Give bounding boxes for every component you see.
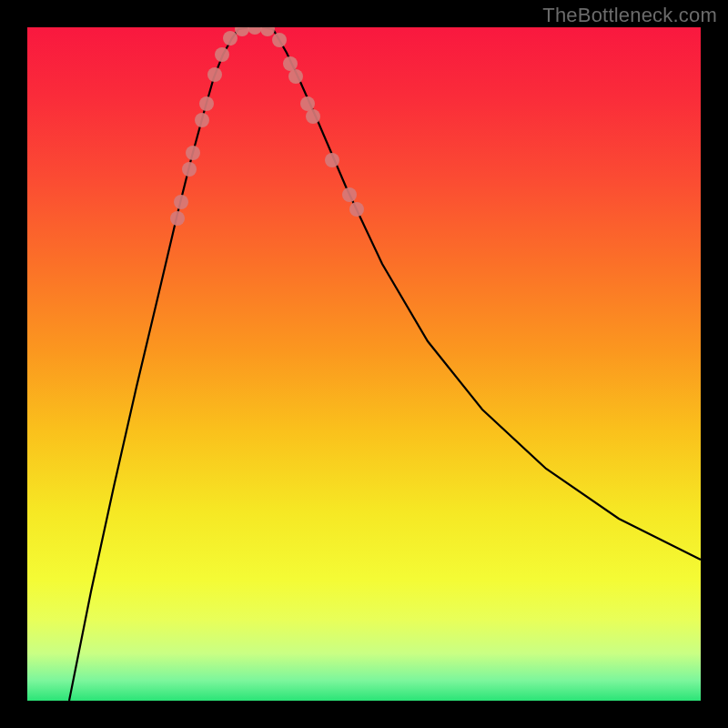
scatter-dot xyxy=(306,109,320,124)
scatter-dot xyxy=(260,27,275,36)
scatter-dot xyxy=(325,153,339,167)
scatter-dot xyxy=(288,69,303,84)
scatter-dot xyxy=(199,96,214,111)
scatter-dot xyxy=(170,211,185,226)
scatter-dot xyxy=(207,67,222,82)
scatter-dot xyxy=(272,33,287,47)
scatter-dot xyxy=(174,195,188,209)
scatter-dot xyxy=(235,27,249,36)
scatter-dot xyxy=(342,187,357,202)
scatter-dot xyxy=(283,56,298,71)
scatter-dot xyxy=(223,31,238,46)
chart-svg xyxy=(27,27,701,701)
watermark-text: TheBottleneck.com xyxy=(542,4,717,27)
scatter-dot xyxy=(182,162,197,177)
chart-frame xyxy=(27,27,701,701)
scatter-dot xyxy=(300,96,315,111)
bottleneck-curve xyxy=(69,27,701,701)
scatter-dot xyxy=(195,113,209,127)
scatter-dot xyxy=(248,27,262,35)
scatter-dot xyxy=(349,202,364,217)
scatter-dot xyxy=(186,146,200,160)
scatter-dot xyxy=(215,47,229,62)
scatter-dots-group xyxy=(170,27,364,226)
